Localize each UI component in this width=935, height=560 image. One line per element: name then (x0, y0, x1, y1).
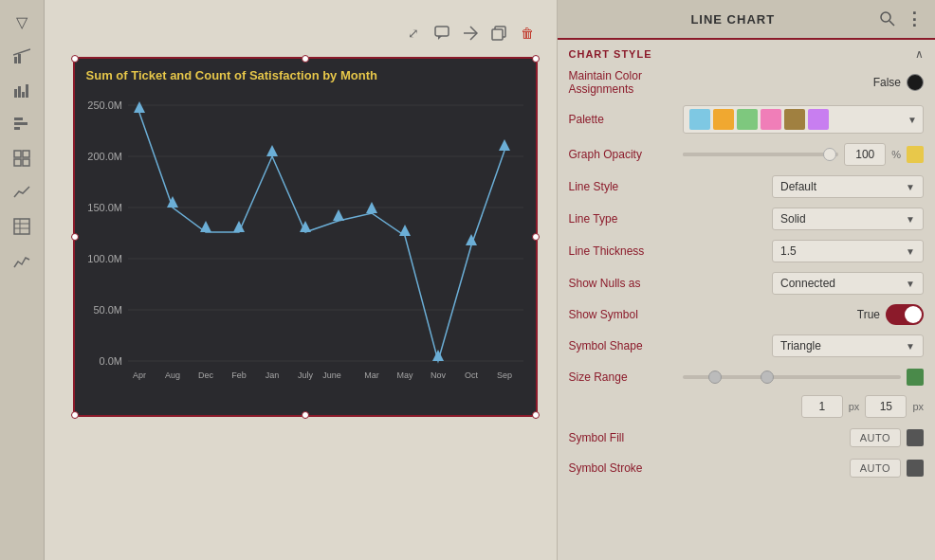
line-style-arrow: ▼ (906, 182, 915, 192)
line-style-text: Default (780, 180, 816, 193)
chart-box: Sum of Ticket and Count of Satisfaction … (73, 57, 538, 417)
graph-opacity-label: Graph Opacity (569, 148, 683, 161)
show-nulls-label: Show Nulls as (569, 277, 683, 290)
size-range-color[interactable] (907, 369, 924, 386)
symbol-fill-value: AUTO (683, 428, 924, 447)
svg-marker-42 (432, 350, 444, 361)
symbol-shape-label: Symbol Shape (569, 339, 683, 352)
svg-text:150.0M: 150.0M (87, 202, 122, 213)
chart-svg: 250.0M 200.0M 150.0M 100.0M 50.0M 0.0M (75, 86, 536, 408)
maintain-color-text: False (873, 76, 901, 89)
symbol-fill-color[interactable] (907, 429, 924, 446)
show-symbol-toggle[interactable] (886, 304, 924, 325)
symbol-fill-label: Symbol Fill (569, 431, 683, 444)
maintain-color-value: False (683, 74, 924, 91)
show-nulls-arrow: ▼ (906, 279, 915, 289)
maintain-color-dot[interactable] (907, 74, 924, 91)
resize-handle-br[interactable] (532, 411, 540, 419)
opacity-thumb[interactable] (823, 148, 836, 161)
table-icon[interactable] (8, 212, 36, 241)
swatch-6 (808, 109, 829, 130)
line-type-value: Solid ▼ (683, 208, 924, 230)
expand-icon[interactable]: ⤢ (403, 23, 424, 44)
panel-title: LINE CHART (588, 12, 878, 27)
palette-wrapper[interactable]: ▼ (683, 105, 924, 134)
main-content: ⤢ 🗑 (45, 0, 557, 560)
comment-icon[interactable] (431, 23, 452, 44)
size-min-unit: px (849, 401, 860, 412)
section-chevron: ∧ (915, 47, 924, 61)
line-type-text: Solid (780, 212, 806, 226)
line-thickness-text: 1.5 (780, 244, 797, 258)
symbol-shape-dropdown[interactable]: Triangle ▼ (772, 334, 924, 357)
swatch-5 (784, 109, 805, 130)
resize-handle-mr[interactable] (532, 233, 540, 241)
svg-marker-44 (499, 139, 510, 151)
show-nulls-dropdown[interactable]: Connected ▼ (772, 272, 924, 295)
chart-bar-icon[interactable] (8, 76, 36, 104)
svg-text:0.0M: 0.0M (99, 355, 121, 367)
bar-horizontal-icon[interactable] (8, 110, 36, 138)
line-thickness-value: 1.5 ▼ (683, 240, 924, 262)
trend-icon[interactable] (8, 178, 36, 207)
svg-marker-41 (399, 225, 411, 236)
swatch-1 (689, 109, 710, 130)
svg-rect-2 (14, 89, 17, 98)
palette-value[interactable]: ▼ (683, 105, 924, 134)
share-icon[interactable] (460, 23, 481, 44)
chart-title: Sum of Ticket and Count of Satisfaction … (75, 59, 536, 86)
size-max-input[interactable] (865, 395, 907, 418)
symbol-fill-row: Symbol Fill AUTO (558, 423, 935, 453)
opacity-color[interactable] (907, 146, 924, 163)
chart-container: ⤢ 🗑 (45, 0, 557, 560)
svg-rect-10 (23, 151, 29, 157)
line-style-dropdown[interactable]: Default ▼ (772, 175, 924, 198)
size-range-thumb1[interactable] (708, 370, 722, 384)
svg-marker-37 (266, 145, 278, 156)
resize-handle-tl[interactable] (71, 55, 79, 63)
symbol-stroke-auto-button[interactable]: AUTO (850, 459, 901, 478)
opacity-input[interactable]: 100 (844, 143, 886, 166)
size-range-track[interactable] (683, 375, 901, 379)
symbol-stroke-label: Symbol Stroke (569, 461, 683, 475)
search-icon[interactable] (878, 9, 897, 28)
copy-icon[interactable] (488, 23, 509, 44)
symbol-fill-auto-button[interactable]: AUTO (850, 428, 901, 447)
svg-text:Aug: Aug (165, 370, 180, 380)
right-panel: LINE CHART ⋮ CHART STYLE ∧ Maintain Colo… (557, 0, 935, 560)
line-style-row: Line Style Default ▼ (558, 171, 935, 203)
symbol-stroke-color[interactable] (907, 460, 924, 477)
grid-icon[interactable] (8, 144, 36, 172)
more-options-icon[interactable]: ⋮ (905, 9, 924, 28)
toggle-thumb (905, 306, 922, 323)
resize-handle-ml[interactable] (71, 233, 79, 241)
chart-style-header[interactable]: CHART STYLE ∧ (558, 40, 935, 64)
line-thickness-arrow: ▼ (906, 246, 915, 257)
svg-rect-5 (26, 84, 28, 98)
line-chart-icon[interactable] (8, 246, 36, 275)
size-range-thumb2[interactable] (761, 370, 774, 384)
left-sidebar: ▽ (0, 0, 45, 560)
chart-combo-icon[interactable] (8, 42, 36, 70)
opacity-slider[interactable] (683, 153, 839, 156)
resize-handle-tr[interactable] (532, 55, 540, 63)
size-range-slider-area (683, 369, 924, 386)
delete-icon[interactable]: 🗑 (517, 23, 538, 44)
line-type-arrow: ▼ (906, 214, 915, 225)
show-symbol-row: Show Symbol True (558, 299, 935, 330)
resize-handle-bc[interactable] (302, 411, 309, 419)
size-min-input[interactable] (801, 395, 843, 418)
line-thickness-dropdown[interactable]: 1.5 ▼ (772, 240, 924, 262)
palette-row: Palette ▼ (558, 100, 935, 138)
swatch-2 (713, 109, 734, 130)
show-nulls-value: Connected ▼ (683, 272, 924, 295)
svg-text:250.0M: 250.0M (87, 99, 122, 111)
filter-icon[interactable]: ▽ (8, 8, 36, 36)
size-max-unit: px (912, 401, 924, 412)
svg-rect-12 (23, 159, 29, 166)
line-type-dropdown[interactable]: Solid ▼ (772, 208, 924, 230)
resize-handle-bl[interactable] (71, 411, 79, 419)
resize-handle-tc[interactable] (302, 55, 309, 63)
svg-text:Apr: Apr (133, 370, 146, 380)
opacity-track (683, 153, 839, 156)
